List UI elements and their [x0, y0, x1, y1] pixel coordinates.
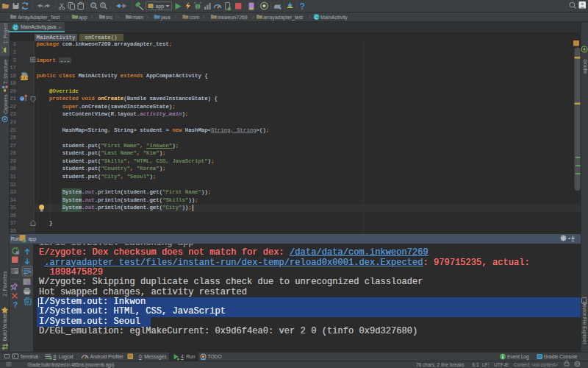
- svg-text:C: C: [13, 25, 17, 30]
- svg-text:?: ?: [300, 1, 305, 12]
- svg-text:C: C: [315, 15, 318, 20]
- svg-text:app: app: [156, 4, 165, 10]
- svg-text:?: ?: [13, 300, 18, 309]
